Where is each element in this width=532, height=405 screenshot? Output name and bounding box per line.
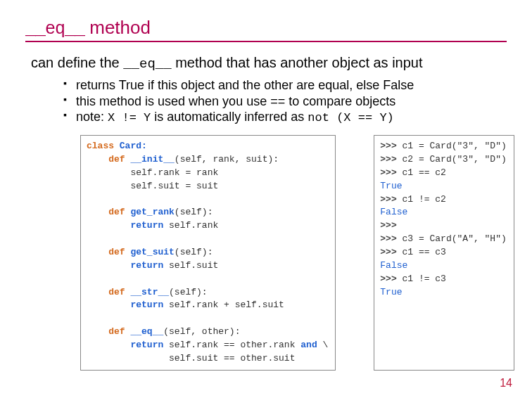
cls: Card: — [114, 141, 147, 151]
stmt: c2 = Card("3", "D") — [403, 154, 507, 165]
bullet-list: returns True if this object and the othe… — [63, 77, 507, 125]
slide-title: __eq__ method — [25, 17, 507, 42]
prompt: >>> — [380, 194, 402, 205]
page-number: 14 — [500, 377, 512, 390]
kw: and — [300, 340, 317, 350]
kw: return — [130, 340, 163, 350]
sig: (self, rank, suit): — [175, 154, 279, 165]
bullet-text: returns True if this object and the othe… — [76, 78, 414, 92]
fn: __init__ — [125, 154, 175, 165]
prompt: >>> — [380, 167, 402, 178]
result: False — [380, 260, 407, 271]
prompt: >>> — [380, 141, 402, 151]
prompt: >>> — [380, 274, 402, 284]
code-panels: class Card: def __init__(self, rank, sui… — [80, 135, 507, 370]
stmt: self.rank = rank — [87, 167, 218, 178]
prompt: >>> — [380, 154, 402, 165]
fn: get_suit — [125, 247, 175, 257]
sig: (self): — [175, 207, 213, 217]
bullet-text: is automatically inferred as — [151, 110, 308, 124]
stmt: c1 != c2 — [403, 194, 446, 205]
stmt: c1 == c2 — [403, 167, 446, 178]
stmt: c1 = Card("3", "D") — [403, 141, 507, 151]
stmt: self.suit = suit — [87, 181, 218, 191]
bullet-code: not (X == Y) — [308, 111, 393, 124]
bullet-item: returns True if this object and the othe… — [63, 77, 507, 94]
sig: (self): — [175, 247, 213, 257]
prompt: >>> — [380, 233, 402, 244]
kw: def — [108, 207, 125, 217]
result: True — [380, 181, 402, 191]
sig: (self, other): — [163, 326, 240, 337]
stmt: self.suit — [163, 260, 218, 271]
kw: class — [87, 141, 114, 151]
kw: return — [130, 260, 163, 271]
stmt: c3 = Card("A", "H") — [403, 233, 507, 244]
stmt: c1 == c3 — [403, 247, 446, 257]
kw: return — [130, 300, 163, 310]
title-code: __eq__ — [25, 19, 84, 39]
bullet-text: note: — [76, 110, 108, 124]
prompt: >>> — [380, 220, 402, 231]
desc-pre: can define the — [31, 55, 123, 70]
stmt: c1 != c3 — [403, 274, 446, 284]
stmt: self.rank + self.suit — [163, 300, 284, 310]
stmt: self.rank == other.rank — [163, 340, 300, 350]
kw: def — [108, 326, 125, 337]
description-line: can define the __eq__ method that has an… — [31, 55, 507, 72]
prompt: >>> — [380, 247, 402, 257]
code-class-definition: class Card: def __init__(self, rank, sui… — [80, 135, 336, 370]
stmt: self.suit == other.suit — [87, 353, 295, 364]
kw: def — [108, 287, 125, 297]
bullet-item: note: X != Y is automatically inferred a… — [63, 109, 507, 125]
kw: def — [108, 247, 125, 257]
title-word: method — [84, 17, 151, 38]
kw: def — [108, 154, 125, 165]
result: False — [380, 207, 407, 217]
bullet-item: this method is used when you use == to c… — [63, 94, 507, 110]
sig: (self): — [169, 287, 208, 297]
fn: __str__ — [125, 287, 169, 297]
bullet-code: X != Y — [108, 111, 151, 124]
code-shell-session: >>> c1 = Card("3", "D") >>> c2 = Card("3… — [374, 135, 514, 370]
stmt: \ — [317, 340, 329, 350]
stmt: self.rank — [163, 220, 218, 231]
bullet-text: this method is used when you use == to c… — [76, 94, 395, 108]
desc-post: method that has another object as input — [172, 55, 423, 70]
fn: get_rank — [125, 207, 175, 217]
fn: __eq__ — [125, 326, 164, 337]
desc-code: __eq__ — [123, 56, 171, 72]
result: True — [380, 287, 402, 297]
kw: return — [130, 220, 163, 231]
